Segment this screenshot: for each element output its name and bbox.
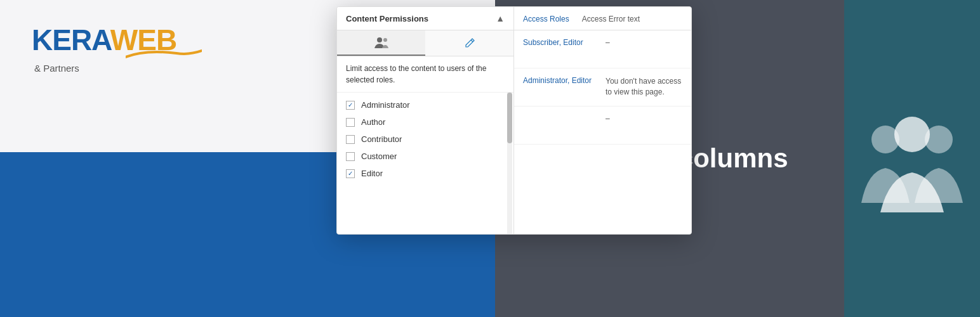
check-item-author[interactable]: Author <box>337 113 513 131</box>
svg-point-5 <box>383 38 387 42</box>
check-label-customer: Customer <box>361 152 397 161</box>
tab-roles[interactable] <box>337 30 425 56</box>
panel-description: Limit access to the content to users of … <box>337 56 513 93</box>
checklist-inner: ✓ Administrator Author Contributor Custo… <box>337 96 513 182</box>
check-label-editor: Editor <box>361 169 383 178</box>
panel-right: Access Roles Access Error text Subscribe… <box>514 7 691 234</box>
check-item-contributor[interactable]: Contributor <box>337 131 513 148</box>
logo-partners: & Partners <box>34 63 79 74</box>
edit-tab-icon <box>464 37 475 49</box>
svg-point-4 <box>377 37 382 42</box>
col-header-error: Access Error text <box>582 15 640 23</box>
logo-area: KERAWEB & Partners <box>32 25 176 55</box>
checkbox-author[interactable] <box>346 118 355 127</box>
page-wrapper: KERAWEB & Partners ac <box>0 0 980 317</box>
col-header-roles: Access Roles <box>523 15 569 23</box>
panel-header: Content Permissions ▲ <box>337 7 513 30</box>
row-role-1: Subscriber, Editor <box>523 38 599 47</box>
roles-tab-icon <box>374 37 388 48</box>
row-error-3: – <box>606 114 610 123</box>
users-group-icon <box>861 101 963 216</box>
scrollbar-track[interactable] <box>507 93 512 234</box>
table-row-2: Administrator, Editor You don't have acc… <box>514 68 691 107</box>
checkbox-administrator[interactable]: ✓ <box>346 101 355 110</box>
check-label-administrator: Administrator <box>361 100 410 110</box>
tab-edit[interactable] <box>425 30 513 56</box>
table-row-1: Subscriber, Editor – <box>514 30 691 68</box>
right-section <box>844 0 980 317</box>
checkbox-contributor[interactable] <box>346 135 355 144</box>
check-item-administrator[interactable]: ✓ Administrator <box>337 96 513 113</box>
collapse-icon[interactable]: ▲ <box>496 13 505 23</box>
logo-kera: KERA <box>32 23 110 56</box>
svg-line-6 <box>471 40 473 42</box>
check-item-customer[interactable]: Customer <box>337 148 513 165</box>
checkbox-editor[interactable]: ✓ <box>346 169 355 178</box>
panel-left: Content Permissions ▲ <box>337 7 514 234</box>
panel-tabs <box>337 30 513 56</box>
floating-panel: Content Permissions ▲ <box>336 6 692 235</box>
panel-title: Content Permissions <box>346 14 428 23</box>
row-role-2: Administrator, Editor <box>523 76 599 85</box>
row-error-2: You don't have access to view this page. <box>606 76 682 98</box>
panel-checklist[interactable]: ✓ Administrator Author Contributor Custo… <box>337 93 513 234</box>
checkbox-customer[interactable] <box>346 152 355 161</box>
row-error-1: – <box>606 38 610 47</box>
scrollbar-thumb[interactable] <box>507 93 512 143</box>
check-item-editor[interactable]: ✓ Editor <box>337 165 513 182</box>
panel-right-header: Access Roles Access Error text <box>514 7 691 30</box>
svg-point-3 <box>894 117 930 152</box>
check-label-author: Author <box>361 117 385 127</box>
table-row-3: – <box>514 107 691 145</box>
check-label-contributor: Contributor <box>361 134 402 144</box>
logo-swoosh-icon <box>126 48 202 60</box>
ac-label-bold: columns <box>679 143 788 173</box>
